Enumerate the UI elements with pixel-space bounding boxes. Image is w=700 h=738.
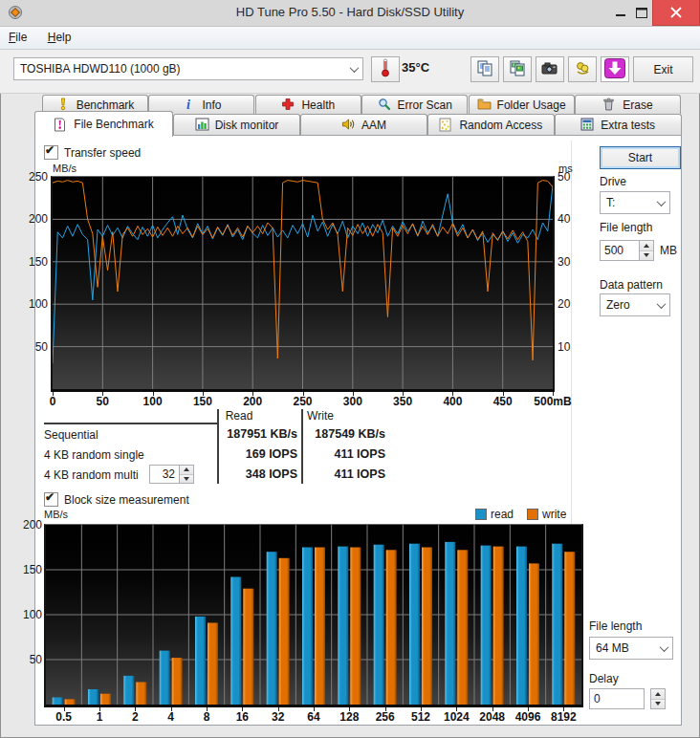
transfer-speed-plot <box>51 176 555 392</box>
close-icon[interactable] <box>652 0 700 26</box>
exit-button[interactable]: Exit <box>633 56 693 82</box>
aam-icon <box>341 118 356 132</box>
temperature-button[interactable] <box>371 56 400 82</box>
column-header-write: Write <box>282 409 359 423</box>
axis-tick-label: 150 <box>193 395 212 408</box>
screenshot-button[interactable] <box>536 56 564 82</box>
hd-tune-window: HD Tune Pro 5.50 - Hard Disk/SSD Utility… <box>0 0 700 738</box>
axis-tick-label: 200 <box>243 395 262 408</box>
tab-random-access[interactable]: Random Access <box>427 114 555 135</box>
maximize-icon[interactable] <box>631 0 652 25</box>
tab-label: Folder Usage <box>497 98 566 112</box>
tab-health[interactable]: Health <box>255 95 361 114</box>
axis-tick-label: 20 <box>558 297 586 311</box>
block-size-checkbox[interactable]: ✔ Block size measurement <box>44 492 189 507</box>
axis-tick-label: 64 <box>307 710 319 724</box>
copy-image-button[interactable] <box>503 56 532 82</box>
axis-tick-label: 1024 <box>444 710 470 724</box>
tab-label: Info <box>202 98 221 112</box>
axis-tick-label: 8 <box>204 710 210 724</box>
axis-tick-label: 2048 <box>479 710 505 724</box>
spin-down-icon <box>640 250 653 261</box>
tab-erase[interactable]: Erase <box>575 95 681 114</box>
delay-spinner-buttons[interactable] <box>650 688 666 709</box>
window-title: HD Tune Pro 5.50 - Hard Disk/SSD Utility <box>0 5 700 19</box>
health-icon <box>281 98 295 112</box>
menu-bar: File Help <box>0 27 700 50</box>
chevron-down-icon <box>652 294 669 315</box>
axis-tick-label: 400 <box>443 395 462 408</box>
axis-tick-label: 4096 <box>515 710 541 724</box>
random-single-write-value: 411 IOPS <box>290 447 385 461</box>
axis-tick-label: 0.5 <box>55 710 72 724</box>
random-multi-write-value: 411 IOPS <box>290 467 385 481</box>
axis-tick-label: 50 <box>558 170 586 184</box>
checkbox-checked-icon: ✔ <box>44 492 58 507</box>
axis-tick-label: 4 <box>167 710 174 724</box>
legend-swatch <box>475 509 487 520</box>
axis-tick-label: 100 <box>15 297 48 311</box>
legend-item-write: write <box>527 508 566 521</box>
title-bar: HD Tune Pro 5.50 - Hard Disk/SSD Utility <box>0 0 700 27</box>
copy-report-button[interactable] <box>470 56 499 82</box>
chevron-down-icon <box>655 638 672 659</box>
data-pattern-combo[interactable]: Zero <box>600 293 670 316</box>
menu-help[interactable]: Help <box>39 27 80 47</box>
chevron-down-icon <box>345 58 362 79</box>
legend-item-read: read <box>475 508 514 521</box>
legend-label: write <box>542 508 566 521</box>
legend-label: read <box>491 508 514 521</box>
transfer-speed-checkbox[interactable]: ✔ Transfer speed <box>44 145 141 160</box>
tab-label: Erase <box>623 98 652 112</box>
chart-legend: readwrite <box>475 508 566 521</box>
tab-file-benchmark[interactable]: File Benchmark <box>34 111 173 137</box>
drive-label: Drive <box>600 175 626 188</box>
sequential-write-value: 187549 KB/s <box>290 427 385 441</box>
block-file-length-combo[interactable]: 64 MB <box>589 637 673 660</box>
axis-tick-label: 250 <box>293 395 312 408</box>
chevron-down-icon <box>652 192 669 213</box>
axis-tick-label: 450 <box>493 395 513 408</box>
start-button[interactable]: Start <box>600 146 681 169</box>
axis-tick-label: 50 <box>97 395 109 408</box>
axis-tick-label: 32 <box>272 710 284 724</box>
table-divider <box>44 423 217 424</box>
menu-file[interactable]: File <box>0 27 35 47</box>
tab-disk-monitor[interactable]: Disk monitor <box>173 114 300 135</box>
data-pattern-label: Data pattern <box>600 278 663 292</box>
file-length-spinner[interactable]: 500 <box>600 240 654 261</box>
checkbox-checked-icon: ✔ <box>44 145 58 160</box>
queue-depth-spinner[interactable]: 32 <box>149 465 194 484</box>
legend-swatch <box>527 509 538 520</box>
sequential-read-value: 187951 KB/s <box>202 427 297 441</box>
svg-text:i: i <box>186 98 190 111</box>
drive-select-combo[interactable]: TOSHIBA HDWD110 (1000 gB) <box>13 57 363 80</box>
disk-monitor-icon <box>195 118 209 132</box>
donate-icon <box>575 60 591 78</box>
tab-label: Disk monitor <box>215 119 279 132</box>
minimize-icon[interactable] <box>610 0 631 25</box>
drive-combo[interactable]: T: <box>600 191 670 214</box>
temperature-value: 35°C <box>402 60 429 75</box>
tab-folder-usage[interactable]: Folder Usage <box>469 95 575 114</box>
tab-extra-tests[interactable]: Extra tests <box>555 114 682 135</box>
random-multi-read-value: 348 IOPS <box>202 467 297 481</box>
axis-tick-label: 1 <box>97 710 103 724</box>
axis-tick-label: 16 <box>236 710 249 724</box>
tab-error-scan[interactable]: Error Scan <box>361 95 468 114</box>
axis-tick-label: 100 <box>143 395 163 408</box>
donate-button[interactable] <box>568 56 597 82</box>
copy-image-icon <box>510 60 526 79</box>
extra-tests-icon <box>580 118 595 132</box>
axis-tick-label: 50 <box>15 340 48 354</box>
tab-aam[interactable]: AAM <box>300 114 427 135</box>
tab-label: Extra tests <box>601 119 655 132</box>
spin-up-icon <box>640 241 653 250</box>
spin-down-icon <box>180 474 193 484</box>
axis-tick-label: 512 <box>411 710 430 724</box>
delay-input[interactable]: 0 <box>589 688 645 709</box>
update-button[interactable] <box>601 56 629 82</box>
delay-label: Delay <box>589 672 619 685</box>
file-length-label: File length <box>600 221 652 234</box>
axis-tick-label: 150 <box>15 255 48 269</box>
